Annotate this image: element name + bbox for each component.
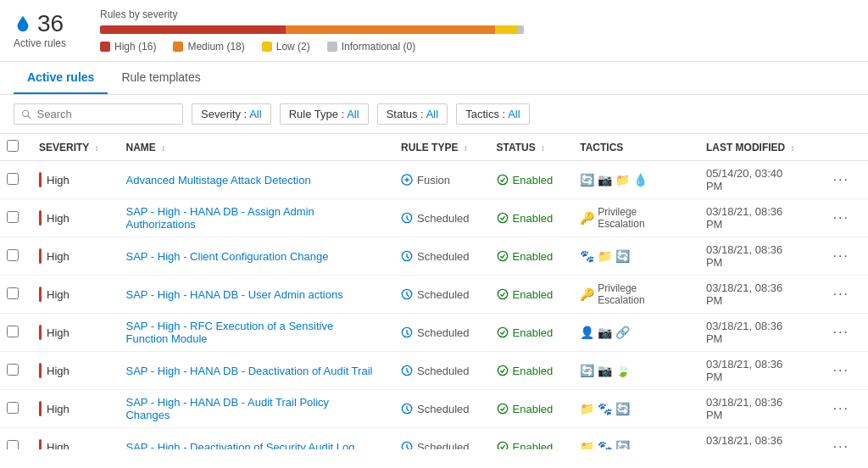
severity-cell: High <box>25 199 112 237</box>
more-options-button[interactable]: ··· <box>828 323 854 341</box>
drop-icon <box>14 14 32 33</box>
status-filter[interactable]: Status : All <box>377 103 448 125</box>
name-cell[interactable]: SAP - High - HANA DB - Audit Trail Polic… <box>112 390 387 428</box>
last-modified-cell: 03/18/21, 08:36 PM <box>693 428 815 450</box>
row-actions-cell: ··· <box>815 161 868 199</box>
severity-label: High <box>47 288 70 301</box>
scheduled-icon <box>401 212 413 224</box>
rules-table: SEVERITY ↕ NAME ↕ RULE TYPE ↕ STATUS ↕ T… <box>0 134 868 449</box>
more-options-button[interactable]: ··· <box>828 209 854 226</box>
svg-point-7 <box>498 251 507 260</box>
enabled-icon <box>497 250 509 262</box>
rule-type-label: Scheduled <box>417 250 469 263</box>
th-checkbox <box>0 134 25 161</box>
legend-low-label: Low (2) <box>276 41 310 53</box>
enabled-icon <box>497 365 509 376</box>
severity-indicator <box>39 172 42 187</box>
svg-point-9 <box>498 289 507 298</box>
th-name[interactable]: NAME ↕ <box>112 134 387 161</box>
scheduled-icon <box>401 441 413 449</box>
tactics-cell: 📁🐾🔄 <box>566 428 693 450</box>
select-all-checkbox[interactable] <box>7 140 19 152</box>
legend-info-label: Informational (0) <box>342 41 415 53</box>
severity-label: High <box>47 441 70 450</box>
more-options-button[interactable]: ··· <box>828 285 854 303</box>
more-options-button[interactable]: ··· <box>828 399 854 417</box>
svg-line-1 <box>28 115 31 118</box>
more-options-button[interactable]: ··· <box>828 437 854 449</box>
name-cell[interactable]: SAP - High - RFC Execution of a Sensitiv… <box>112 314 387 352</box>
tactics-cell: 🔄📷📁💧 <box>566 161 693 199</box>
status-cell: Enabled <box>483 314 567 352</box>
severity-cell: High <box>25 314 112 352</box>
th-severity[interactable]: SEVERITY ↕ <box>25 134 112 161</box>
row-checkbox[interactable] <box>7 249 19 261</box>
th-rule-type[interactable]: RULE TYPE ↕ <box>387 134 482 161</box>
status-cell: Enabled <box>483 390 567 428</box>
severity-label: High <box>47 403 70 415</box>
fusion-icon <box>401 174 413 186</box>
row-checkbox[interactable] <box>7 326 19 337</box>
status-label: Enabled <box>513 403 554 415</box>
rule-type-label: Fusion <box>417 174 450 187</box>
svg-point-5 <box>498 213 507 222</box>
rule-type-cell: Scheduled <box>387 237 482 276</box>
row-checkbox[interactable] <box>7 402 19 414</box>
tactics-cell: 👤📷🔗 <box>566 314 693 352</box>
legend-low: Low (2) <box>262 41 310 53</box>
scheduled-icon <box>401 365 413 376</box>
row-checkbox[interactable] <box>7 211 19 223</box>
tactics-filter[interactable]: Tactics : All <box>456 103 529 125</box>
search-box[interactable] <box>14 103 183 125</box>
table-row: High SAP - High - HANA DB - Assign Admin… <box>0 199 868 237</box>
severity-bar-container <box>100 25 524 34</box>
more-options-button[interactable]: ··· <box>828 247 854 265</box>
status-label: Enabled <box>513 250 554 263</box>
name-cell[interactable]: SAP - High - HANA DB - User Admin action… <box>112 276 387 314</box>
svg-point-11 <box>498 327 507 337</box>
table-container: SEVERITY ↕ NAME ↕ RULE TYPE ↕ STATUS ↕ T… <box>0 134 868 449</box>
sort-arrows-last-modified: ↕ <box>791 143 795 153</box>
name-cell[interactable]: SAP - High - Deactivation of Security Au… <box>112 428 387 450</box>
rule-type-filter[interactable]: Rule Type : All <box>280 103 369 125</box>
more-options-button[interactable]: ··· <box>828 361 854 379</box>
name-cell[interactable]: SAP - High - HANA DB - Assign Admin Auth… <box>112 199 387 237</box>
svg-point-15 <box>498 404 507 413</box>
name-cell[interactable]: SAP - High - HANA DB - Deactivation of A… <box>112 352 387 390</box>
status-label: Enabled <box>513 326 554 339</box>
th-tactics: TACTICS <box>566 134 693 161</box>
tactics-cell: 🐾📁🔄 <box>566 237 693 276</box>
severity-cell: High <box>25 161 112 199</box>
tab-rule-templates[interactable]: Rule templates <box>108 62 214 94</box>
search-input[interactable] <box>37 108 175 120</box>
row-checkbox[interactable] <box>7 173 19 185</box>
more-options-button[interactable]: ··· <box>828 170 854 188</box>
name-cell[interactable]: SAP - High - Client Configuration Change <box>112 237 387 276</box>
name-cell[interactable]: Advanced Multistage Attack Detection <box>112 161 387 199</box>
severity-indicator <box>39 325 42 340</box>
rule-type-filter-label: Rule Type : <box>289 108 345 120</box>
severity-legend: High (16) Medium (18) Low (2) Informatio… <box>100 41 854 53</box>
th-status[interactable]: STATUS ↕ <box>483 134 567 161</box>
rule-type-label: Scheduled <box>417 288 469 301</box>
last-modified-cell: 03/18/21, 08:36 PM <box>693 390 815 428</box>
status-label: Enabled <box>513 441 554 450</box>
enabled-icon <box>497 174 509 186</box>
rule-type-cell: Scheduled <box>387 276 482 314</box>
status-label: Enabled <box>513 174 554 187</box>
bar-medium <box>286 25 495 34</box>
last-modified-cell: 03/18/21, 08:36 PM <box>693 199 815 237</box>
row-checkbox[interactable] <box>7 364 19 376</box>
status-cell: Enabled <box>483 428 567 450</box>
scheduled-icon <box>401 326 413 338</box>
th-last-modified[interactable]: LAST MODIFIED ↕ <box>693 134 815 161</box>
legend-dot-medium <box>173 42 183 52</box>
search-icon <box>21 109 32 120</box>
tab-active-rules[interactable]: Active rules <box>14 62 108 94</box>
rule-type-filter-value: All <box>347 108 359 120</box>
row-checkbox[interactable] <box>7 287 19 299</box>
status-filter-value: All <box>426 108 438 120</box>
row-checkbox[interactable] <box>7 440 19 450</box>
severity-filter[interactable]: Severity : All <box>192 103 271 125</box>
rule-type-label: Scheduled <box>417 365 469 377</box>
